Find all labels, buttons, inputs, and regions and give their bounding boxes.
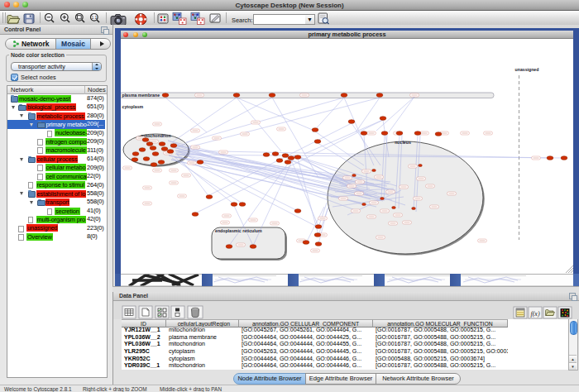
- svg-text:cytoplasm: cytoplasm: [122, 104, 144, 109]
- svg-text:f(x): f(x): [530, 310, 539, 318]
- svg-text:plasma membrane: plasma membrane: [122, 93, 160, 98]
- svg-text:1:1: 1:1: [91, 16, 97, 20]
- svg-text:unassigned: unassigned: [515, 67, 539, 72]
- svg-text:nucleus: nucleus: [395, 140, 411, 145]
- svg-text:mitochondrion: mitochondrion: [141, 133, 170, 138]
